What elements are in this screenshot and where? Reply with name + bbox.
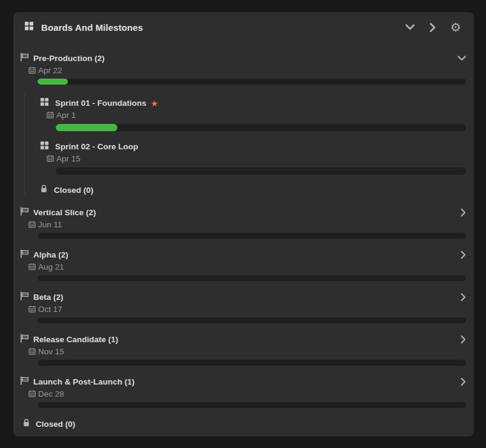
due-date-text: Dec 28 (38, 389, 64, 398)
lock-icon (22, 418, 30, 429)
due-date-text: Jun 11 (38, 220, 62, 229)
board-due-date: Apr 15 (47, 154, 466, 163)
board-progress-bar (56, 124, 466, 131)
milestone-row[interactable]: Alpha (2) (20, 250, 466, 260)
closed-milestones-row[interactable]: Closed (0) (22, 419, 466, 429)
milestone-name: Release Candidate (1) (33, 335, 118, 344)
board-progress-fill (56, 124, 117, 131)
milestone-name: Pre-Production (2) (33, 54, 105, 63)
milestone-section-launch-post-launch: Launch & Post-Launch (1) Dec 28 (20, 377, 466, 408)
board-grid-icon (40, 97, 49, 109)
favorite-star-icon[interactable]: ★ (151, 99, 159, 108)
due-date-text: Nov 15 (38, 347, 64, 356)
milestone-flag-icon (20, 291, 29, 303)
lock-icon (40, 184, 48, 195)
milestone-progress-bar (38, 402, 466, 408)
calendar-icon (47, 111, 54, 118)
milestone-progress-bar (38, 233, 466, 239)
milestone-due-date: Nov 15 (28, 346, 466, 356)
due-date-text: Aug 21 (38, 262, 64, 271)
board-name: Sprint 02 - Core Loop (55, 142, 138, 151)
due-date-text: Apr 15 (56, 154, 80, 163)
board-name: Sprint 01 - Foundations (55, 99, 146, 108)
closed-label: Closed (0) (54, 186, 93, 195)
board-section-sprint-02: Sprint 02 - Core Loop Apr 15 (40, 141, 466, 175)
milestone-flag-icon (20, 249, 29, 261)
board-due-date: Apr 1 (47, 110, 466, 120)
milestone-name: Vertical Slice (2) (33, 208, 96, 217)
panel-chevron-right-icon[interactable] (425, 20, 440, 34)
expand-milestone-chevron-right-icon[interactable] (461, 293, 466, 301)
milestone-due-date: Dec 28 (28, 389, 466, 398)
milestone-row[interactable]: Launch & Post-Launch (1) (20, 377, 466, 387)
expand-milestone-chevron-right-icon[interactable] (461, 251, 466, 259)
collapse-panel-chevron-down-icon[interactable] (402, 20, 417, 34)
milestone-due-date: Aug 21 (28, 262, 466, 271)
board-section-sprint-01: Sprint 01 - Foundations ★ Apr 1 (40, 98, 466, 131)
panel-header: Boards And Milestones ⚙ (13, 12, 474, 42)
board-progress-bar (56, 167, 466, 175)
milestone-progress-bar (38, 275, 466, 281)
calendar-icon (28, 305, 36, 313)
milestone-flag-icon (20, 53, 29, 64)
milestone-list: Pre-Production (2) Apr 22 (13, 53, 474, 429)
milestone-name: Beta (2) (33, 293, 64, 302)
milestone-section-vertical-slice: Vertical Slice (2) Jun 11 (20, 207, 466, 239)
milestone-flag-icon (20, 334, 29, 345)
milestone-flag-icon (20, 207, 29, 218)
board-grid-icon (40, 141, 49, 152)
due-date-text: Apr 1 (56, 111, 76, 120)
expand-milestone-chevron-right-icon[interactable] (461, 378, 466, 386)
due-date-text: Oct 17 (38, 305, 62, 314)
milestone-due-date: Apr 22 (28, 65, 466, 75)
milestone-section-release-candidate: Release Candidate (1) Nov 15 (20, 334, 466, 366)
milestone-progress-bar (38, 360, 466, 366)
milestone-due-date: Oct 17 (28, 304, 466, 314)
closed-boards-row[interactable]: Closed (0) (40, 185, 466, 195)
calendar-icon (28, 221, 36, 228)
milestone-row[interactable]: Release Candidate (1) (20, 334, 466, 345)
milestone-row[interactable]: Vertical Slice (2) (20, 207, 466, 218)
milestone-progress-bar (38, 317, 466, 323)
milestone-name: Alpha (2) (33, 250, 68, 259)
milestone-due-date: Jun 11 (28, 219, 466, 229)
calendar-icon (47, 155, 54, 162)
milestone-flag-icon (20, 376, 29, 388)
board-row[interactable]: Sprint 01 - Foundations ★ (40, 98, 466, 108)
milestone-name: Launch & Post-Launch (1) (33, 377, 134, 386)
milestone-progress-bar (38, 79, 466, 85)
panel-title: Boards And Milestones (41, 22, 143, 33)
milestone-row[interactable]: Pre-Production (2) (20, 53, 466, 63)
expand-milestone-chevron-right-icon[interactable] (461, 336, 466, 343)
due-date-text: Apr 22 (38, 66, 62, 75)
milestone-boards-group: Sprint 01 - Foundations ★ Apr 1 (24, 93, 466, 195)
calendar-icon (28, 390, 36, 397)
milestone-section-pre-production: Pre-Production (2) Apr 22 (20, 53, 466, 195)
boards-milestones-panel: Boards And Milestones ⚙ Pre-Produ (13, 12, 474, 437)
milestone-progress-fill (38, 79, 68, 85)
panel-settings-gear-icon[interactable]: ⚙ (448, 20, 463, 34)
calendar-icon (28, 263, 36, 270)
calendar-icon (28, 67, 36, 74)
milestone-row[interactable]: Beta (2) (20, 292, 466, 302)
board-row[interactable]: Sprint 02 - Core Loop (40, 141, 466, 152)
collapse-milestone-chevron-down-icon[interactable] (458, 56, 466, 61)
milestone-section-alpha: Alpha (2) Aug 21 (20, 250, 466, 281)
calendar-icon (28, 348, 36, 355)
closed-label: Closed (0) (36, 420, 75, 429)
boards-grid-icon (24, 21, 34, 33)
expand-milestone-chevron-right-icon[interactable] (461, 209, 466, 216)
milestone-section-beta: Beta (2) Oct 17 (20, 292, 466, 323)
